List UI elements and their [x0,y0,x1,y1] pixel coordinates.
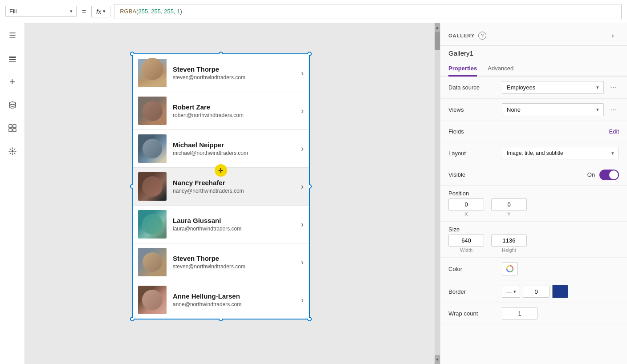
color-swatch-btn[interactable] [502,262,518,275]
fill-dropdown[interactable]: Fill ▾ [5,6,77,17]
gallery-item-4[interactable]: Nancy Freehafer nancy@northwindtraders.c… [133,168,309,206]
color-label: Color [448,266,502,272]
chevron-right-2[interactable]: › [301,106,304,116]
svg-rect-0 [9,57,16,58]
layout-dropdown[interactable]: Image, title, and subtitle ▾ [502,147,619,159]
fx-label: fx [96,8,101,15]
prop-border: Border — ▾ [440,280,627,303]
border-thickness-input[interactable] [523,286,550,298]
formula-bar[interactable]: RGBA(255, 255, 255, 1) [114,4,622,19]
gallery-item-5[interactable]: Laura Giussani laura@northwindtraders.co… [133,206,309,243]
item-name-6: Steven Thorpe [173,255,297,262]
gallery-item-2[interactable]: Robert Zare robert@northwindtraders.com … [133,92,309,130]
border-row: — ▾ [502,285,619,298]
canvas-area[interactable]: ✏ ✛ Steven Thorpe steven@northwindtrader… [25,23,440,364]
item-email-7: anne@northwindtraders.com [173,301,297,307]
item-name-4: Nancy Freehafer [173,179,297,186]
svg-rect-7 [13,129,16,132]
position-y-group: Y [491,198,527,217]
right-panel: GALLERY ? › Gallery1 Properties Advanced… [440,23,627,364]
visible-label: Visible [448,171,502,178]
fields-edit-link[interactable]: Edit [609,128,619,135]
scrollbar-track[interactable] [435,32,440,355]
fill-chevron-icon: ▾ [70,8,73,14]
database-icon[interactable] [5,98,20,112]
add-icon[interactable]: + [5,75,20,89]
visible-on-label: On [587,171,595,178]
svg-rect-1 [9,59,16,60]
position-y-label: Y [507,211,510,217]
views-chevron-icon: ▾ [596,107,599,113]
panel-title: GALLERY [448,33,475,38]
wrap-count-label: Wrap count [448,310,502,317]
visible-toggle[interactable] [599,170,619,180]
components-icon[interactable] [5,121,20,135]
border-color-swatch[interactable] [552,285,568,298]
views-more-btn[interactable]: ··· [607,104,619,116]
visible-toggle-container: On [587,170,619,180]
prop-views: Views None ▾ ··· [440,99,627,121]
chevron-right-3[interactable]: › [301,144,304,154]
prop-data-source: Data source Employees ▾ ··· [440,77,627,99]
chevron-right-7[interactable]: › [301,295,304,305]
layout-value: Image, title, and subtitle [507,150,563,156]
tab-properties[interactable]: Properties [448,61,477,77]
size-height-input[interactable] [491,235,527,247]
size-width-input[interactable] [448,235,484,247]
gallery-item-7[interactable]: Anne Hellung-Larsen anne@northwindtrader… [133,281,309,319]
panel-header: GALLERY ? › [440,23,627,46]
size-width-label: Width [460,247,472,253]
wrap-count-input[interactable] [502,307,537,320]
views-dropdown[interactable]: None ▾ [502,103,604,116]
layout-control: Image, title, and subtitle ▾ [502,147,619,159]
border-label: Border [448,288,502,295]
border-style-chevron: ▾ [513,289,516,295]
data-source-more-btn[interactable]: ··· [607,82,619,93]
size-label: Size [448,226,502,233]
prop-wrap-count: Wrap count [440,303,627,324]
gallery-item-3[interactable]: Michael Neipper michael@northwindtraders… [133,130,309,168]
help-icon[interactable]: ? [478,32,486,40]
item-info-6: Steven Thorpe steven@northwindtraders.co… [173,255,297,270]
data-source-dropdown[interactable]: Employees ▾ [502,81,604,94]
chevron-right-1[interactable]: › [301,69,304,78]
avatar-michael-neipper [138,134,167,163]
gallery-item-1[interactable]: Steven Thorpe steven@northwindtraders.co… [133,54,309,92]
tools-icon[interactable] [5,144,20,158]
chevron-right-5[interactable]: › [301,220,304,229]
item-name-2: Robert Zare [173,103,297,111]
gallery-item-6[interactable]: Steven Thorpe steven@northwindtraders.co… [133,243,309,281]
main-area: ☰ + [0,23,627,364]
position-y-input[interactable] [491,198,527,210]
canvas-scrollbar[interactable]: ▲ ▼ [435,23,440,364]
fx-button[interactable]: fx ▾ [91,6,110,17]
scrollbar-up-btn[interactable]: ▲ [435,23,440,32]
data-source-control: Employees ▾ ··· [502,81,619,94]
left-sidebar: ☰ + [0,23,25,364]
item-info-5: Laura Giussani laura@northwindtraders.co… [173,217,297,232]
hamburger-icon[interactable]: ☰ [5,28,20,43]
avatar-steven-thorpe-2 [138,248,167,276]
tab-advanced[interactable]: Advanced [488,61,513,77]
chevron-right-6[interactable]: › [301,258,304,267]
position-x-group: X [448,198,484,217]
color-control [502,262,619,275]
position-x-input[interactable] [448,198,484,210]
layers-icon[interactable] [5,52,20,66]
item-email-3: michael@northwindtraders.com [173,150,297,156]
size-height-group: Height [491,235,527,253]
views-control: None ▾ ··· [502,103,619,116]
item-email-1: steven@northwindtraders.com [173,74,297,81]
border-style-select[interactable]: — ▾ [502,286,520,298]
equals-sign: = [80,8,88,16]
item-email-4: nancy@northwindtraders.com [173,188,297,194]
scrollbar-thumb[interactable] [435,32,440,50]
layout-label: Layout [448,150,502,157]
gallery-widget[interactable]: ✏ ✛ Steven Thorpe steven@northwindtrader… [132,53,310,320]
chevron-right-4[interactable]: › [301,182,304,191]
item-info-2: Robert Zare robert@northwindtraders.com [173,103,297,118]
avatar-laura-giussani [138,210,167,239]
panel-nav-forward-btn[interactable]: › [607,29,619,42]
item-name-1: Steven Thorpe [173,65,297,73]
scrollbar-down-btn[interactable]: ▼ [435,355,440,364]
